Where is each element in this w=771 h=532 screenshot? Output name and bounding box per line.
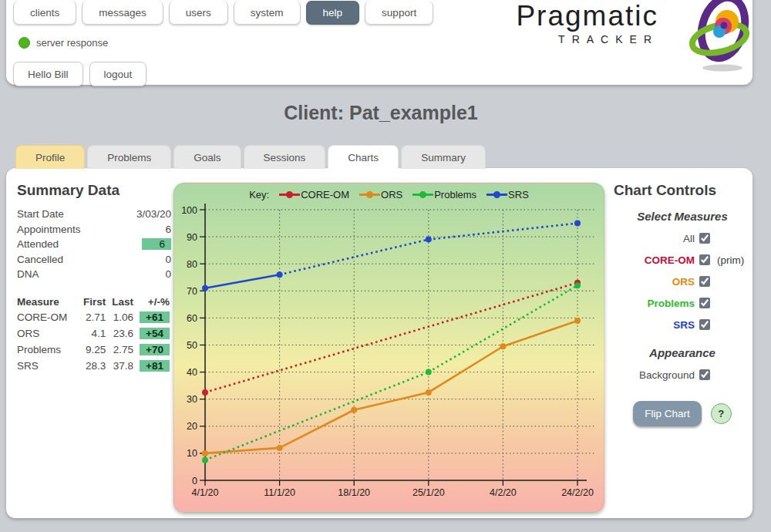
cell-last: 2.75: [106, 342, 133, 358]
table-row: CORE-OM2.711.06+61: [17, 309, 170, 325]
measure-row-problems: Problems: [614, 292, 751, 314]
background-checkbox[interactable]: [699, 369, 710, 380]
summary-row-label: Start Date: [17, 208, 64, 220]
measure-checkbox-all[interactable]: [699, 233, 710, 244]
measure-checkbox-srs[interactable]: [699, 319, 710, 330]
user-button-0[interactable]: Hello Bill: [13, 62, 83, 86]
cell-change: +54: [133, 325, 170, 342]
measure-checkboxes: AllCORE-OM(prim)ORSProblemsSRS: [614, 227, 751, 335]
cell-first: 28.3: [77, 358, 106, 374]
table-header: Measure: [17, 295, 77, 309]
measure-row-core-om: CORE-OM(prim): [614, 249, 751, 271]
svg-text:20: 20: [187, 421, 197, 432]
tab-goals[interactable]: Goals: [173, 145, 241, 169]
tab-summary[interactable]: Summary: [401, 145, 486, 169]
summary-rows: Start Date3/03/20Appointments6Attended6C…: [17, 207, 171, 282]
select-measures-heading: Select Measures: [614, 210, 751, 223]
nav-clients[interactable]: clients: [13, 1, 76, 25]
server-status: server response: [19, 37, 108, 49]
client-tabs: ProfileProblemsGoalsSessionsChartsSummar…: [15, 145, 486, 169]
measure-suffix: (prim): [717, 254, 751, 266]
summary-row: Cancelled0: [17, 252, 171, 268]
table-row: SRS28.337.8+81: [17, 358, 170, 374]
change-chip: +54: [140, 328, 170, 339]
svg-text:4/1/20: 4/1/20: [192, 487, 219, 498]
nav-help[interactable]: help: [306, 1, 360, 25]
measure-checkbox-problems[interactable]: [699, 298, 710, 308]
summary-row-value: 3/03/20: [136, 208, 171, 220]
page-title: Client: Pat_example1: [0, 102, 762, 124]
summary-row-value: 6: [165, 224, 171, 235]
background-label: Background: [614, 369, 695, 381]
cell-last: 23.6: [106, 325, 133, 342]
table-header: Last: [106, 295, 133, 309]
cell-first: 9.25: [77, 342, 106, 358]
nav-system[interactable]: system: [234, 1, 301, 25]
page: Pragmatic TRACKER clientsmessagesuserssy…: [0, 0, 771, 532]
svg-text:80: 80: [187, 259, 197, 270]
flip-chart-button[interactable]: Flip Chart: [633, 401, 702, 426]
measure-label: SRS: [614, 319, 695, 331]
table-row: ORS4.123.6+54: [17, 325, 170, 342]
server-status-dot-icon: [19, 37, 30, 49]
cell-change: +70: [133, 342, 170, 358]
summary-row-label: DNA: [17, 268, 39, 280]
top-nav: clientsmessagesuserssystemhelpsupport: [13, 1, 433, 25]
nav-users[interactable]: users: [169, 1, 228, 25]
svg-text:30: 30: [187, 394, 197, 405]
tab-charts[interactable]: Charts: [328, 145, 399, 169]
svg-text:50: 50: [187, 340, 197, 351]
background-row: Background: [614, 364, 751, 386]
logo-text-tracker: TRACKER: [516, 33, 658, 45]
measure-label: CORE-OM: [614, 254, 695, 266]
measure-label: ORS: [614, 276, 695, 288]
svg-text:25/1/20: 25/1/20: [412, 487, 445, 498]
tab-problems[interactable]: Problems: [87, 145, 171, 169]
measure-checkbox-ors[interactable]: [699, 276, 710, 287]
summary-row-value: 0: [165, 254, 171, 265]
svg-text:18/1/20: 18/1/20: [338, 487, 370, 498]
measure-checkbox-core-om[interactable]: [699, 254, 710, 265]
summary-row: Attended6: [17, 237, 171, 252]
summary-heading: Summary Data: [17, 182, 171, 199]
svg-text:4/2/20: 4/2/20: [490, 487, 517, 498]
measure-label: All: [614, 233, 695, 244]
user-button-1[interactable]: logout: [89, 62, 147, 86]
nav-messages[interactable]: messages: [82, 1, 163, 25]
cell-measure: CORE-OM: [17, 309, 77, 325]
svg-text:60: 60: [187, 313, 197, 324]
tab-sessions[interactable]: Sessions: [244, 145, 326, 169]
measures-table: MeasureFirstLast+/-% CORE-OM2.711.06+61O…: [17, 295, 170, 374]
summary-row: DNA0: [17, 267, 171, 282]
summary-row-label: Appointments: [17, 224, 81, 235]
cell-measure: SRS: [17, 358, 77, 374]
server-status-label: server response: [36, 37, 108, 49]
cell-last: 1.06: [106, 309, 133, 325]
table-header: +/-%: [133, 295, 170, 309]
svg-text:90: 90: [187, 232, 197, 243]
cell-first: 2.71: [77, 309, 106, 325]
summary-row-value: 0: [165, 268, 171, 280]
summary-row-label: Attended: [17, 238, 59, 250]
summary-row: Start Date3/03/20: [17, 207, 171, 222]
svg-text:40: 40: [187, 367, 197, 378]
cell-last: 37.8: [106, 358, 133, 374]
nav-support[interactable]: support: [365, 1, 433, 25]
chart-controls-panel: Chart Controls Select Measures AllCORE-O…: [614, 176, 751, 426]
logo-swirl-icon: [686, 0, 756, 72]
change-chip: +81: [140, 360, 170, 372]
measures-chart: 01020304050607080901004/1/2011/1/2018/1/…: [174, 184, 604, 512]
summary-row-label: Cancelled: [17, 254, 63, 265]
measure-label: Problems: [614, 298, 695, 309]
table-row: Problems9.252.75+70: [17, 342, 170, 358]
svg-text:11/1/20: 11/1/20: [264, 487, 295, 498]
cell-first: 4.1: [77, 325, 106, 342]
change-chip: +70: [140, 344, 170, 355]
help-icon[interactable]: ?: [711, 403, 732, 424]
main-content: Summary Data Start Date3/03/20Appointmen…: [6, 168, 752, 518]
chart-panel: Key: CORE-OMORSProblemsSRS 0102030405060…: [173, 183, 604, 513]
summary-panel: Summary Data Start Date3/03/20Appointmen…: [17, 176, 171, 374]
measure-row-srs: SRS: [614, 314, 751, 335]
tab-profile[interactable]: Profile: [15, 145, 85, 169]
logo-text-pragmatic: Pragmatic: [516, 0, 658, 32]
